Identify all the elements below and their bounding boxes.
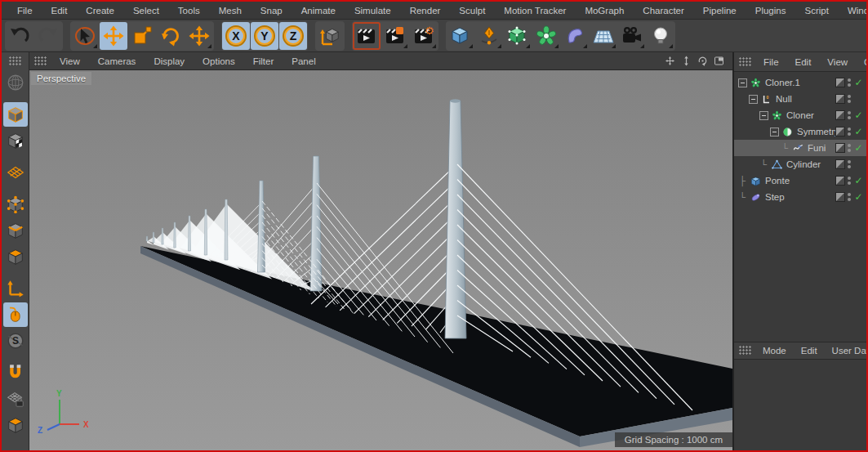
menu-item-snap[interactable]: Snap bbox=[251, 3, 292, 18]
expander-minus-icon[interactable] bbox=[759, 111, 768, 120]
object-row-step[interactable]: └Step✓ bbox=[734, 189, 866, 205]
add-cube-button[interactable] bbox=[447, 22, 474, 50]
menu-item-edit[interactable]: Edit bbox=[42, 3, 78, 18]
viewport-menu-filter[interactable]: Filter bbox=[244, 54, 283, 69]
viewport-menu-options[interactable]: Options bbox=[194, 54, 244, 69]
soft-selection-button[interactable]: S bbox=[3, 329, 28, 353]
object-manager-menu-objects[interactable]: Objects bbox=[856, 55, 866, 69]
undo-button[interactable] bbox=[6, 22, 33, 50]
render-settings-button[interactable]: ⚙ bbox=[410, 22, 438, 50]
menu-item-pipeline[interactable]: Pipeline bbox=[694, 3, 746, 18]
menu-item-file[interactable]: File bbox=[8, 3, 42, 18]
menu-item-animate[interactable]: Animate bbox=[292, 3, 345, 18]
expander-minus-icon[interactable] bbox=[738, 78, 747, 87]
add-environment-button[interactable] bbox=[590, 22, 617, 50]
x-axis-lock-button[interactable]: X bbox=[222, 22, 250, 50]
layer-toggle[interactable] bbox=[835, 192, 845, 202]
menu-item-mograph[interactable]: MoGraph bbox=[576, 3, 634, 18]
enabled-check-icon[interactable]: ✓ bbox=[853, 191, 864, 203]
enabled-check-icon[interactable]: ✓ bbox=[853, 110, 864, 121]
enable-axis-button[interactable] bbox=[3, 276, 28, 301]
workplane-mode-button[interactable] bbox=[3, 160, 28, 185]
move-tool-button[interactable] bbox=[100, 22, 127, 50]
toolbar-grip-icon[interactable] bbox=[9, 56, 22, 66]
menu-item-motion-tracker[interactable]: Motion Tracker bbox=[495, 3, 576, 18]
add-light-button[interactable] bbox=[647, 22, 674, 50]
redo-button[interactable] bbox=[34, 22, 62, 50]
viewport-menu-panel[interactable]: Panel bbox=[283, 54, 324, 69]
enabled-check-icon[interactable]: ✓ bbox=[853, 142, 864, 154]
add-deformer-button[interactable] bbox=[561, 22, 589, 50]
object-row-ponte[interactable]: ├Ponte✓ bbox=[734, 172, 866, 189]
clipped-tool-button[interactable] bbox=[3, 413, 28, 437]
polygons-mode-button[interactable] bbox=[3, 244, 28, 269]
attribute-manager-menu-mode[interactable]: Mode bbox=[755, 343, 794, 358]
expander-minus-icon[interactable] bbox=[770, 128, 779, 136]
add-spline-button[interactable] bbox=[475, 22, 503, 50]
live-selection-button[interactable] bbox=[71, 22, 99, 50]
layer-toggle[interactable] bbox=[835, 94, 845, 104]
viewport-pan-icon[interactable] bbox=[665, 56, 675, 66]
viewport-menu-grip-icon[interactable] bbox=[34, 56, 47, 66]
menu-item-select[interactable]: Select bbox=[124, 3, 169, 18]
render-picture-viewer-button[interactable] bbox=[381, 22, 409, 50]
render-view-button[interactable] bbox=[353, 22, 381, 50]
visibility-dots[interactable] bbox=[848, 78, 851, 87]
expander-minus-icon[interactable] bbox=[749, 95, 758, 104]
viewport-canvas[interactable]: Y X Z Perspective Grid Spacing : 1000 cm bbox=[29, 70, 732, 450]
menu-item-window[interactable]: Window bbox=[839, 3, 868, 18]
attribute-manager-menu-edit[interactable]: Edit bbox=[794, 343, 825, 358]
object-row-cylinder[interactable]: └Cylinder bbox=[734, 156, 866, 172]
viewport-toggle-view-icon[interactable] bbox=[714, 56, 724, 66]
add-cloner-button[interactable] bbox=[532, 22, 560, 50]
object-row-cloner-1[interactable]: Cloner.1✓ bbox=[734, 74, 866, 91]
object-manager-menu-view[interactable]: View bbox=[819, 55, 856, 69]
model-mode-button[interactable] bbox=[3, 102, 28, 127]
visibility-dots[interactable] bbox=[848, 95, 851, 103]
menu-item-script[interactable]: Script bbox=[795, 3, 838, 18]
object-manager-menu-file[interactable]: File bbox=[755, 55, 787, 69]
visibility-dots[interactable] bbox=[848, 128, 851, 136]
edges-mode-button[interactable] bbox=[3, 218, 28, 243]
object-manager-grip-icon[interactable] bbox=[739, 57, 752, 67]
viewport-menu-view[interactable]: View bbox=[51, 54, 89, 69]
layer-toggle[interactable] bbox=[835, 127, 845, 136]
layer-toggle[interactable] bbox=[835, 159, 845, 169]
object-row-null[interactable]: 0Null bbox=[734, 91, 866, 107]
y-axis-lock-button[interactable]: Y bbox=[251, 22, 278, 50]
object-row-symmetry[interactable]: Symmetry✓ bbox=[734, 123, 866, 140]
viewport-menu-cameras[interactable]: Cameras bbox=[89, 54, 145, 69]
menu-item-simulate[interactable]: Simulate bbox=[345, 3, 401, 18]
layer-toggle[interactable] bbox=[835, 110, 845, 120]
menu-item-character[interactable]: Character bbox=[634, 3, 694, 18]
enabled-check-icon[interactable]: ✓ bbox=[853, 175, 864, 186]
add-subdivision-surface-button[interactable] bbox=[504, 22, 532, 50]
viewport-menu-display[interactable]: Display bbox=[145, 54, 194, 69]
texture-mode-button[interactable] bbox=[3, 128, 28, 153]
menu-item-render[interactable]: Render bbox=[401, 3, 451, 18]
visibility-dots[interactable] bbox=[848, 111, 851, 119]
tweak-mode-button[interactable] bbox=[3, 302, 28, 327]
menu-item-tools[interactable]: Tools bbox=[169, 3, 210, 18]
add-camera-button[interactable] bbox=[618, 22, 646, 50]
layer-toggle[interactable] bbox=[835, 78, 845, 87]
coordinate-system-button[interactable] bbox=[316, 22, 344, 50]
viewport-dolly-icon[interactable] bbox=[681, 56, 692, 66]
menu-item-mesh[interactable]: Mesh bbox=[210, 3, 251, 18]
attribute-manager-grip-icon[interactable] bbox=[739, 346, 752, 356]
snap-settings-button[interactable] bbox=[3, 360, 28, 385]
menu-item-sculpt[interactable]: Sculpt bbox=[450, 3, 495, 18]
visibility-dots[interactable] bbox=[848, 177, 851, 185]
view-label[interactable]: Perspective bbox=[31, 72, 91, 85]
layer-toggle[interactable] bbox=[835, 176, 845, 186]
menu-item-create[interactable]: Create bbox=[77, 3, 124, 18]
enabled-check-icon[interactable]: ✓ bbox=[853, 126, 864, 137]
enabled-check-icon[interactable]: ✓ bbox=[853, 77, 864, 88]
menu-item-plugins[interactable]: Plugins bbox=[746, 3, 796, 18]
workplane-lock-button[interactable] bbox=[3, 387, 28, 411]
z-axis-lock-button[interactable]: Z bbox=[279, 22, 307, 50]
object-manager-menu-edit[interactable]: Edit bbox=[787, 55, 820, 69]
visibility-dots[interactable] bbox=[848, 144, 851, 152]
object-row-cloner[interactable]: Cloner✓ bbox=[734, 107, 866, 123]
make-editable-button[interactable] bbox=[3, 70, 28, 95]
